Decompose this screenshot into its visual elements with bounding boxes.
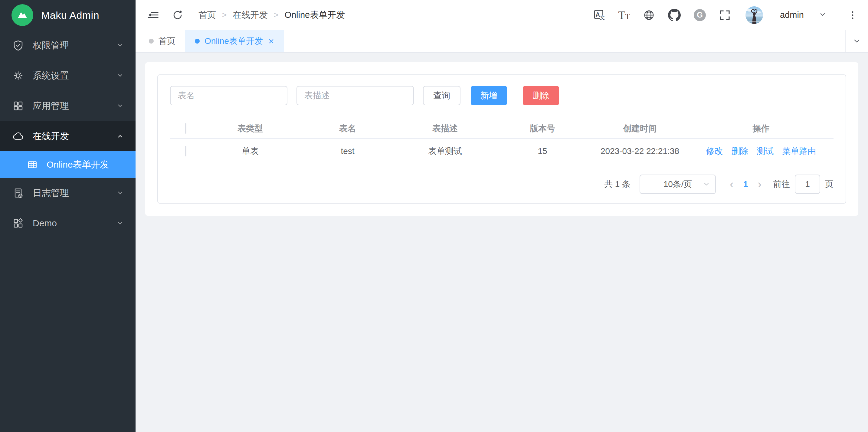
app-logo[interactable]: Maku Admin [0, 0, 135, 30]
tab-dot-icon [195, 39, 200, 43]
tab-label: Online表单开发 [205, 35, 263, 47]
gitee-icon[interactable]: G [693, 9, 706, 22]
svg-text:A: A [595, 11, 600, 18]
next-page-icon[interactable]: › [753, 179, 766, 190]
sidebar-fold-icon[interactable] [147, 9, 159, 21]
column-header-created: 创建时间 [591, 119, 689, 138]
page-number-1[interactable]: 1 [739, 179, 753, 189]
header-tools: A文 TT G admin [593, 6, 858, 24]
column-header-type: 表类型 [202, 119, 299, 138]
table-desc-input[interactable] [297, 86, 414, 105]
sidebar-item-permissions[interactable]: 权限管理 [0, 30, 135, 61]
prev-page-icon[interactable]: ‹ [725, 179, 739, 190]
sidebar-item-label: Online表单开发 [46, 158, 109, 171]
globe-icon[interactable] [643, 9, 655, 22]
sidebar-item-online-form-dev[interactable]: Online表单开发 [0, 151, 135, 178]
tab-label: 首页 [158, 35, 176, 47]
add-button[interactable]: 新增 [471, 86, 507, 105]
sidebar-item-online-dev[interactable]: 在线开发 [0, 121, 135, 151]
goto-page-input[interactable] [795, 175, 820, 194]
delete-button[interactable]: 删除 [523, 86, 559, 105]
select-all-checkbox[interactable] [185, 123, 186, 134]
table-header-row: 表类型 表名 表描述 版本号 创建时间 操作 [170, 119, 834, 138]
column-header-name: 表名 [299, 119, 396, 138]
app-root: Maku Admin 权限管理 系统设置 应用管理 在线开发 [0, 0, 868, 432]
cell-version: 15 [494, 138, 591, 164]
user-name[interactable]: admin [780, 10, 804, 20]
tabbar: 首页 Online表单开发 × [135, 30, 868, 53]
tabs-dropdown-button[interactable] [845, 30, 868, 52]
menu-route-link[interactable]: 菜单路由 [782, 146, 816, 157]
page-unit-label: 页 [825, 179, 834, 190]
refresh-icon[interactable] [172, 9, 183, 21]
chevron-down-icon[interactable] [819, 11, 826, 19]
table-icon [27, 159, 38, 170]
github-icon[interactable] [668, 9, 681, 22]
tab-home[interactable]: 首页 [139, 30, 185, 52]
test-link[interactable]: 测试 [757, 146, 774, 157]
chevron-up-icon [117, 133, 123, 140]
cell-created: 2023-03-22 22:21:38 [591, 138, 689, 164]
chevron-down-icon [703, 181, 710, 188]
pager: ‹ 1 › [725, 179, 766, 190]
page-size-select[interactable]: 10条/页 [640, 175, 716, 194]
app-title: Maku Admin [41, 9, 99, 21]
demo-icon [12, 217, 24, 229]
sidebar-item-label: 应用管理 [33, 100, 69, 112]
column-header-desc: 表描述 [396, 119, 494, 138]
delete-link[interactable]: 删除 [732, 146, 748, 157]
sidebar-item-app-management[interactable]: 应用管理 [0, 91, 135, 121]
column-header-version: 版本号 [494, 119, 591, 138]
sidebar-item-label: 权限管理 [33, 39, 69, 52]
cloud-icon [12, 130, 24, 142]
log-icon [12, 187, 24, 199]
font-size-icon[interactable]: TT [618, 9, 630, 21]
svg-text:文: 文 [600, 14, 605, 21]
avatar[interactable] [745, 6, 763, 24]
chevron-down-icon [117, 102, 123, 109]
sidebar-item-label: 系统设置 [33, 69, 69, 82]
chevron-down-icon [117, 190, 123, 196]
row-actions: 修改 删除 测试 菜单路由 [689, 146, 834, 157]
breadcrumb: 首页 > 在线开发 > Online表单开发 [198, 9, 345, 21]
column-header-actions: 操作 [689, 119, 834, 138]
edit-link[interactable]: 修改 [706, 146, 723, 157]
search-button[interactable]: 查询 [423, 86, 461, 105]
content-area: 查询 新增 删除 表类型 表名 表描述 版本号 [135, 53, 868, 432]
gear-icon [12, 69, 24, 82]
tab-close-icon[interactable]: × [268, 36, 274, 46]
translate-icon[interactable]: A文 [593, 9, 606, 22]
table-name-input[interactable] [170, 86, 287, 105]
table-row: 单表 test 表单测试 15 2023-03-22 22:21:38 修改 删… [170, 138, 834, 164]
chevron-down-icon [117, 220, 123, 226]
main-column: 首页 > 在线开发 > Online表单开发 A文 TT G [135, 0, 868, 432]
sidebar-item-system-settings[interactable]: 系统设置 [0, 61, 135, 91]
pagination: 共 1 条 10条/页 ‹ 1 › 前往 [170, 175, 834, 194]
sidebar-item-label: Demo [33, 218, 57, 228]
chevron-down-icon [853, 37, 861, 45]
search-toolbar: 查询 新增 删除 [170, 86, 834, 105]
data-table: 表类型 表名 表描述 版本号 创建时间 操作 单表 [170, 119, 834, 164]
svg-text:G: G [697, 10, 703, 19]
page-card: 查询 新增 删除 表类型 表名 表描述 版本号 [145, 62, 858, 216]
sidebar-item-log-management[interactable]: 日志管理 [0, 178, 135, 208]
breadcrumb-home[interactable]: 首页 [198, 9, 216, 21]
chevron-down-icon [117, 42, 123, 49]
shield-check-icon [12, 39, 24, 52]
page-size-value: 10条/页 [663, 179, 692, 190]
fullscreen-icon[interactable] [719, 9, 731, 21]
cell-table-name: test [299, 138, 396, 164]
pagination-total: 共 1 条 [604, 179, 630, 190]
tab-online-form-dev[interactable]: Online表单开发 × [185, 30, 284, 52]
breadcrumb-separator: > [274, 10, 278, 20]
sidebar-item-label: 在线开发 [33, 130, 69, 143]
sidebar-item-demo[interactable]: Demo [0, 208, 135, 238]
row-checkbox[interactable] [185, 146, 186, 156]
more-options-icon[interactable] [847, 10, 858, 20]
cell-table-type: 单表 [202, 138, 299, 164]
table-card: 查询 新增 删除 表类型 表名 表描述 版本号 [157, 74, 846, 204]
breadcrumb-online-dev[interactable]: 在线开发 [232, 9, 268, 21]
chevron-down-icon [117, 72, 123, 79]
breadcrumb-current: Online表单开发 [284, 9, 345, 21]
sidebar-item-label: 日志管理 [33, 187, 69, 199]
